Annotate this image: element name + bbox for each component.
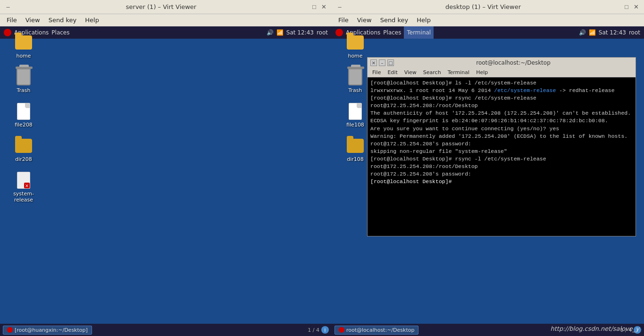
terminal-title: root@localhost:~/Desktop — [394, 59, 633, 66]
right-window-right-controls: □ ✕ — [623, 4, 639, 10]
right-icon-trash-label: Trash — [348, 87, 362, 93]
left-taskbar-icon — [7, 327, 13, 333]
terminal-link: /etc/system-release — [494, 87, 556, 93]
dir108-folder-icon — [347, 139, 364, 153]
right-minimize-button[interactable]: – — [336, 4, 343, 10]
left-virt-window: – server (1) – Virt Viewer □ ✕ File View… — [0, 0, 332, 336]
terminal-maximize-button[interactable]: □ — [387, 59, 394, 66]
terminal-line-5: ECDSA key fingerprint is eb:24:0e:07:96:… — [370, 117, 633, 125]
terminal-line-1: [root@localhost Desktop]# ls -l /etc/sys… — [370, 79, 633, 87]
left-menu-view[interactable]: View — [22, 16, 44, 25]
left-restore-button[interactable]: □ — [311, 4, 318, 10]
terminal-line-10: [root@localhost Desktop]# rsync -l /etc/… — [370, 155, 633, 170]
terminal-line-3: [root@localhost Desktop]# rsync /etc/sys… — [370, 94, 633, 109]
terminal-line-4: The authenticity of host '172.25.254.208… — [370, 109, 633, 117]
left-window-controls: – — [5, 4, 11, 10]
right-taskbar-icon — [339, 327, 344, 333]
terminal-window: ✕ – □ root@localhost:~/Desktop File Edit… — [367, 57, 636, 236]
left-icon-sysrelease[interactable]: system-release — [5, 169, 42, 205]
left-icon-trash[interactable]: Trash — [5, 66, 42, 95]
trash-icon — [17, 68, 31, 85]
right-menu-help[interactable]: Help — [413, 16, 435, 25]
left-panel-user: root — [317, 29, 328, 36]
right-panel-user: root — [629, 29, 640, 36]
right-title-bar: – desktop (1) – Virt Viewer □ ✕ — [332, 0, 644, 14]
right-taskbar-item[interactable]: root@localhost:~/Desktop — [335, 326, 418, 335]
left-taskbar-label: [root@huangxin:~/Desktop] — [15, 327, 88, 333]
left-info-button[interactable]: i — [321, 326, 329, 334]
right-virt-window: – desktop (1) – Virt Viewer □ ✕ File Vie… — [332, 0, 644, 336]
right-desktop: Applications Places Terminal 🔊 📶 Sat 12:… — [332, 26, 644, 324]
left-window-title: server (1) – Virt Viewer — [11, 3, 311, 10]
right-home-folder-icon — [347, 35, 364, 50]
right-panel-volume-icon: 🔊 — [579, 29, 586, 36]
left-icon-home[interactable]: home — [5, 31, 42, 61]
terminal-title-bar: ✕ – □ root@localhost:~/Desktop — [368, 58, 636, 68]
terminal-line-2-suffix: -> redhat-release — [556, 87, 614, 93]
dir208-folder-icon — [15, 139, 32, 153]
left-window-right-controls: □ ✕ — [311, 4, 327, 10]
left-panel-places[interactable]: Places — [51, 29, 69, 36]
left-menu-file[interactable]: File — [3, 16, 21, 25]
right-panel-network-icon: 📶 — [589, 29, 596, 36]
right-menu-sendkey[interactable]: Send key — [376, 16, 412, 25]
right-restore-button[interactable]: □ — [623, 4, 630, 10]
terminal-minimize-button[interactable]: – — [379, 59, 385, 66]
file108-icon — [349, 103, 362, 120]
terminal-menu-view[interactable]: View — [401, 69, 419, 76]
file208-icon — [17, 103, 30, 120]
right-menu-view[interactable]: View — [353, 16, 376, 25]
left-taskbar-item[interactable]: [root@huangxin:~/Desktop] — [3, 326, 92, 335]
terminal-line-2-text: lrwxrwxrwx. 1 root root 14 May 6 2014 — [370, 87, 494, 93]
right-panel-places[interactable]: Places — [383, 29, 401, 36]
terminal-menu-search[interactable]: Search — [420, 69, 444, 76]
left-minimize-button[interactable]: – — [5, 4, 11, 10]
left-icon-sysrelease-label: system-release — [7, 191, 41, 203]
home-folder-icon — [15, 35, 32, 50]
terminal-line-8: root@172.25.254.208's password: — [370, 140, 633, 148]
terminal-menu-edit[interactable]: Edit — [385, 69, 400, 76]
right-trash-icon — [348, 68, 362, 85]
right-close-button[interactable]: ✕ — [633, 4, 639, 10]
left-icon-trash-label: Trash — [17, 87, 30, 93]
left-icon-dir208-label: dir208 — [15, 156, 32, 162]
left-icon-dir208[interactable]: dir208 — [5, 134, 42, 164]
right-icon-home[interactable]: home — [336, 31, 374, 61]
right-taskbar-label: root@localhost:~/Desktop — [346, 327, 414, 333]
left-gnome-panel: Applications Places 🔊 📶 Sat 12:43 root — [0, 26, 332, 39]
sysrelease-icon — [17, 172, 30, 189]
terminal-line-2: lrwxrwxrwx. 1 root root 14 May 6 2014 /e… — [370, 87, 633, 94]
terminal-line-11: root@172.25.254.208's password: — [370, 170, 633, 178]
terminal-line-7: Warning: Permanently added '172.25.254.2… — [370, 133, 633, 140]
left-icon-file208-label: file208 — [15, 122, 33, 128]
left-panel-volume-icon: 🔊 — [267, 29, 274, 36]
right-panel-time: Sat 12:43 — [599, 29, 626, 36]
right-icon-home-label: home — [348, 53, 362, 59]
terminal-close-button[interactable]: ✕ — [370, 59, 377, 66]
terminal-menu-help[interactable]: Help — [473, 69, 491, 76]
right-window-title: desktop (1) – Virt Viewer — [343, 3, 623, 10]
left-icon-file208[interactable]: file208 — [5, 100, 42, 130]
right-icon-dir108-label: dir108 — [347, 156, 364, 162]
terminal-line-9: skipping non-regular file "system-releas… — [370, 148, 633, 155]
left-page-indicator: 1 / 4 i — [308, 326, 329, 334]
right-menu-bar: File View Send key Help — [332, 14, 644, 26]
watermark: http://blog.csdn.net/salove_y — [551, 325, 639, 332]
left-taskbar: [root@huangxin:~/Desktop] 1 / 4 i — [0, 324, 332, 336]
right-icon-file108-label: file108 — [346, 122, 364, 128]
terminal-content[interactable]: [root@localhost Desktop]# ls -l /etc/sys… — [368, 77, 636, 236]
left-icon-home-label: home — [16, 53, 31, 59]
left-close-button[interactable]: ✕ — [320, 4, 327, 10]
left-page-number: 1 / 4 — [308, 327, 319, 333]
right-panel-terminal[interactable]: Terminal — [404, 26, 434, 39]
terminal-menu-file[interactable]: File — [369, 69, 384, 76]
terminal-menu-terminal[interactable]: Terminal — [445, 69, 473, 76]
left-menu-help[interactable]: Help — [81, 16, 103, 25]
left-menu-sendkey[interactable]: Send key — [45, 16, 81, 25]
left-panel-network-icon: 📶 — [276, 29, 284, 36]
terminal-line-12: [root@localhost Desktop]# — [370, 178, 633, 185]
right-menu-file[interactable]: File — [335, 16, 352, 25]
terminal-menu: File Edit View Search Terminal Help — [368, 68, 636, 77]
left-title-bar: – server (1) – Virt Viewer □ ✕ — [0, 0, 332, 14]
left-desktop-icons: home Trash file208 dir208 — [0, 26, 47, 210]
